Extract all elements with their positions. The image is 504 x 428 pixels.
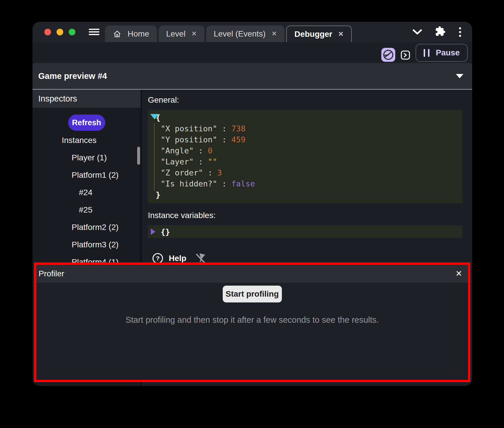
- json-key: "Layer": [161, 157, 194, 166]
- sidebar-header: Inspectors: [32, 90, 141, 108]
- home-icon: [113, 29, 122, 39]
- maximize-window-button[interactable]: [69, 29, 75, 35]
- tab-label: Home: [128, 29, 149, 39]
- json-value: 738: [231, 124, 246, 133]
- console-button[interactable]: [400, 50, 410, 60]
- sidebar-scrollbar-thumb[interactable]: [137, 147, 140, 165]
- refresh-button[interactable]: Refresh: [68, 115, 105, 131]
- help-label: Help: [169, 254, 186, 263]
- tree-item-platform2[interactable]: Platform2 (2): [32, 219, 141, 236]
- svg-text:?: ?: [156, 255, 160, 262]
- chevron-down-icon[interactable]: [412, 29, 423, 35]
- start-profiling-button[interactable]: Start profiling: [223, 286, 282, 302]
- tab-home[interactable]: Home: [105, 26, 157, 42]
- tab-label: Level (Events): [214, 29, 266, 39]
- json-value: false: [231, 179, 255, 188]
- json-line: "Layer" : "": [148, 156, 463, 167]
- profiler-hint: Start profiling and then stop it after a…: [126, 315, 379, 325]
- json-value: 3: [217, 168, 222, 177]
- menu-icon[interactable]: [89, 29, 99, 35]
- json-key: "Is hidden?": [161, 179, 217, 188]
- empty-object-value: {}: [161, 227, 170, 236]
- instance-variables-viewer: {}: [148, 225, 463, 238]
- json-value: 459: [231, 135, 246, 144]
- screenshot-stage: Home Level ✕ Level (Events) ✕ Debugger ✕: [0, 0, 504, 428]
- titlebar: Home Level ✕ Level (Events) ✕ Debugger ✕: [32, 22, 472, 42]
- tree-item-platform3[interactable]: Platform3 (2): [32, 236, 141, 253]
- tab-level-events[interactable]: Level (Events) ✕: [206, 26, 284, 42]
- minimize-window-button[interactable]: [57, 29, 63, 35]
- extensions-puzzle-icon[interactable]: [434, 25, 447, 39]
- profiler-body: Start profiling Start profiling and then…: [36, 283, 468, 380]
- json-line: "Z order" : 3: [148, 167, 463, 178]
- profiler-title: Profiler: [39, 269, 64, 278]
- expander-down-icon[interactable]: [150, 114, 159, 119]
- pause-icon: [424, 49, 429, 57]
- profiler-header: Profiler ✕: [36, 265, 468, 283]
- tab-debugger[interactable]: Debugger ✕: [286, 26, 352, 42]
- json-open-brace: {: [148, 112, 463, 123]
- json-value: 0: [208, 146, 213, 155]
- close-window-button[interactable]: [44, 29, 51, 35]
- titlebar-actions: [412, 25, 472, 39]
- tree-item-platform1[interactable]: Platform1 (2): [32, 166, 141, 184]
- debugger-toolbar: Pause: [32, 42, 472, 63]
- tree-item-player[interactable]: Player (1): [32, 149, 141, 166]
- json-key: "Y position": [161, 135, 217, 144]
- indent-guide: [154, 123, 155, 191]
- profiler-panel: Profiler ✕ Start profiling Start profili…: [34, 262, 470, 382]
- tab-label: Level: [166, 29, 186, 39]
- json-key: "Z order": [161, 168, 203, 177]
- general-json-viewer: { "X position" : 738 "Y position" : 459 …: [148, 110, 463, 203]
- tab-level[interactable]: Level ✕: [159, 26, 204, 42]
- instance-variables-label: Instance variables:: [148, 211, 463, 220]
- json-line: "Angle" : 0: [148, 145, 463, 156]
- tree-item-instances[interactable]: Instances: [32, 132, 141, 149]
- expander-right-icon[interactable]: [151, 228, 155, 235]
- json-key: "X position": [161, 124, 217, 133]
- kebab-menu-icon[interactable]: [459, 27, 461, 37]
- json-value: "": [208, 157, 217, 166]
- tab-label: Debugger: [294, 30, 332, 39]
- dropdown-caret-icon[interactable]: [456, 74, 463, 78]
- app-window: Home Level ✕ Level (Events) ✕ Debugger ✕: [32, 22, 472, 386]
- pause-label: Pause: [436, 48, 460, 57]
- gauge-icon: [383, 49, 394, 60]
- tab-close-icon[interactable]: ✕: [191, 30, 197, 37]
- tree-item-instance-25[interactable]: #25: [32, 201, 141, 219]
- json-line: "Is hidden?" : false: [148, 178, 463, 189]
- console-icon: [400, 50, 410, 60]
- profiler-close-icon[interactable]: ✕: [456, 270, 462, 278]
- general-label: General:: [148, 95, 463, 105]
- preview-title: Game preview #4: [38, 71, 107, 81]
- json-line: "X position" : 738: [148, 123, 463, 134]
- tab-close-icon[interactable]: ✕: [338, 31, 344, 37]
- json-line: "Y position" : 459: [148, 134, 463, 145]
- json-key: "Angle": [161, 146, 194, 155]
- json-close-brace: }: [148, 189, 463, 200]
- preview-header[interactable]: Game preview #4: [32, 63, 472, 90]
- tree-item-instance-24[interactable]: #24: [32, 184, 141, 201]
- tab-close-icon[interactable]: ✕: [271, 30, 277, 37]
- profiler-toggle-button[interactable]: [381, 48, 395, 62]
- traffic-lights: [44, 29, 75, 35]
- tab-bar: Home Level ✕ Level (Events) ✕ Debugger ✕: [105, 26, 352, 42]
- pause-button[interactable]: Pause: [416, 44, 468, 62]
